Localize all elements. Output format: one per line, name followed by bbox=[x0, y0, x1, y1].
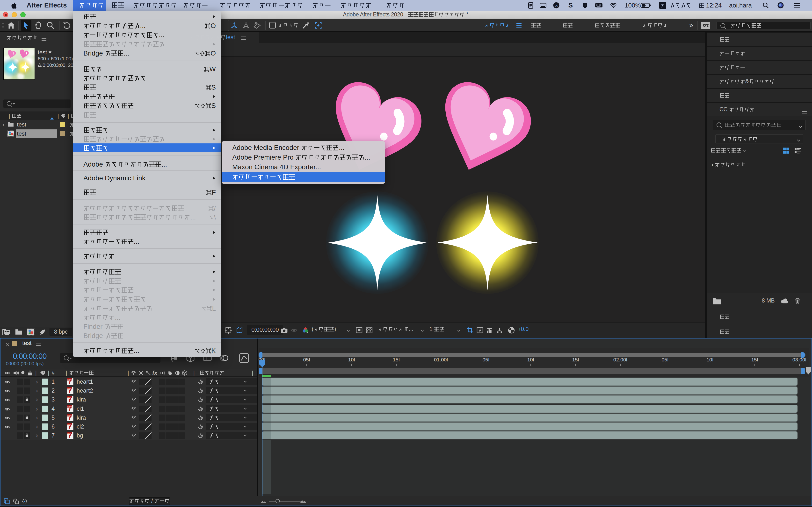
svg-text:cc: cc bbox=[555, 4, 558, 7]
svg-text:S: S bbox=[568, 2, 573, 9]
